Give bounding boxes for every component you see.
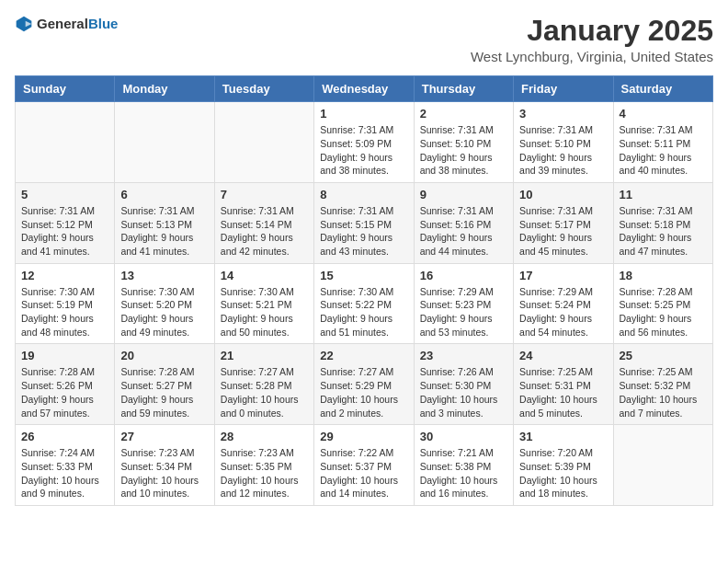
table-row: 4Sunrise: 7:31 AM Sunset: 5:11 PM Daylig…	[613, 102, 712, 183]
cell-daylight-info: Sunrise: 7:31 AM Sunset: 5:10 PM Dayligh…	[519, 123, 607, 178]
cell-daylight-info: Sunrise: 7:30 AM Sunset: 5:22 PM Dayligh…	[320, 285, 407, 339]
table-row: 30Sunrise: 7:21 AM Sunset: 5:38 PM Dayli…	[414, 425, 513, 506]
cell-daylight-info: Sunrise: 7:30 AM Sunset: 5:21 PM Dayligh…	[221, 285, 308, 339]
cell-daylight-info: Sunrise: 7:31 AM Sunset: 5:10 PM Dayligh…	[420, 123, 507, 178]
day-number: 8	[320, 188, 407, 201]
table-row: 5Sunrise: 7:31 AM Sunset: 5:12 PM Daylig…	[16, 182, 115, 263]
calendar-row-4: 19Sunrise: 7:28 AM Sunset: 5:26 PM Dayli…	[16, 344, 713, 425]
header-sunday: Sunday	[16, 76, 115, 102]
table-row: 3Sunrise: 7:31 AM Sunset: 5:10 PM Daylig…	[514, 102, 613, 183]
day-number: 23	[420, 349, 507, 362]
header-friday: Friday	[514, 76, 613, 102]
header-wednesday: Wednesday	[314, 76, 414, 102]
table-row: 6Sunrise: 7:31 AM Sunset: 5:13 PM Daylig…	[115, 182, 214, 263]
cell-daylight-info: Sunrise: 7:31 AM Sunset: 5:15 PM Dayligh…	[320, 204, 407, 259]
cell-daylight-info: Sunrise: 7:20 AM Sunset: 5:39 PM Dayligh…	[519, 446, 607, 500]
day-number: 29	[320, 430, 407, 443]
day-number: 4	[620, 107, 707, 121]
day-number: 13	[120, 269, 208, 282]
table-row	[16, 102, 115, 183]
table-row: 27Sunrise: 7:23 AM Sunset: 5:34 PM Dayli…	[115, 425, 214, 506]
table-row: 10Sunrise: 7:31 AM Sunset: 5:17 PM Dayli…	[514, 182, 613, 263]
cell-daylight-info: Sunrise: 7:30 AM Sunset: 5:19 PM Dayligh…	[21, 285, 108, 339]
table-row: 8Sunrise: 7:31 AM Sunset: 5:15 PM Daylig…	[314, 182, 414, 263]
cell-daylight-info: Sunrise: 7:31 AM Sunset: 5:11 PM Dayligh…	[620, 123, 707, 178]
day-number: 6	[120, 188, 208, 201]
day-number: 10	[519, 188, 607, 201]
table-row: 9Sunrise: 7:31 AM Sunset: 5:16 PM Daylig…	[414, 182, 513, 263]
table-row: 13Sunrise: 7:30 AM Sunset: 5:20 PM Dayli…	[115, 263, 214, 344]
calendar-row-2: 5Sunrise: 7:31 AM Sunset: 5:12 PM Daylig…	[16, 182, 713, 263]
table-row: 2Sunrise: 7:31 AM Sunset: 5:10 PM Daylig…	[414, 102, 513, 183]
table-row: 28Sunrise: 7:23 AM Sunset: 5:35 PM Dayli…	[214, 425, 313, 506]
cell-daylight-info: Sunrise: 7:23 AM Sunset: 5:34 PM Dayligh…	[120, 446, 208, 500]
day-number: 12	[21, 269, 108, 282]
table-row: 12Sunrise: 7:30 AM Sunset: 5:19 PM Dayli…	[16, 263, 115, 344]
table-row: 18Sunrise: 7:28 AM Sunset: 5:25 PM Dayli…	[613, 263, 712, 344]
day-number: 27	[120, 430, 208, 443]
cell-daylight-info: Sunrise: 7:29 AM Sunset: 5:23 PM Dayligh…	[420, 285, 507, 339]
cell-daylight-info: Sunrise: 7:28 AM Sunset: 5:26 PM Dayligh…	[21, 365, 108, 419]
table-row: 29Sunrise: 7:22 AM Sunset: 5:37 PM Dayli…	[314, 425, 414, 506]
day-number: 30	[420, 430, 507, 443]
cell-daylight-info: Sunrise: 7:29 AM Sunset: 5:24 PM Dayligh…	[519, 285, 607, 339]
cell-daylight-info: Sunrise: 7:31 AM Sunset: 5:18 PM Dayligh…	[620, 204, 707, 259]
day-number: 28	[221, 430, 308, 443]
day-number: 26	[21, 430, 108, 443]
table-row	[613, 425, 712, 506]
table-row: 14Sunrise: 7:30 AM Sunset: 5:21 PM Dayli…	[214, 263, 313, 344]
cell-daylight-info: Sunrise: 7:27 AM Sunset: 5:29 PM Dayligh…	[320, 365, 407, 419]
day-number: 1	[320, 107, 407, 121]
header: GeneralBlue January 2025 West Lynchburg,…	[15, 15, 713, 64]
cell-daylight-info: Sunrise: 7:23 AM Sunset: 5:35 PM Dayligh…	[221, 446, 308, 500]
cell-daylight-info: Sunrise: 7:24 AM Sunset: 5:33 PM Dayligh…	[21, 446, 108, 500]
table-row: 31Sunrise: 7:20 AM Sunset: 5:39 PM Dayli…	[514, 425, 613, 506]
cell-daylight-info: Sunrise: 7:30 AM Sunset: 5:20 PM Dayligh…	[120, 285, 208, 339]
table-row: 7Sunrise: 7:31 AM Sunset: 5:14 PM Daylig…	[214, 182, 313, 263]
day-number: 19	[21, 349, 108, 362]
logo-icon	[15, 15, 33, 33]
table-row: 22Sunrise: 7:27 AM Sunset: 5:29 PM Dayli…	[314, 344, 414, 425]
header-thursday: Thursday	[414, 76, 513, 102]
cell-daylight-info: Sunrise: 7:31 AM Sunset: 5:17 PM Dayligh…	[519, 204, 607, 259]
header-tuesday: Tuesday	[214, 76, 313, 102]
day-number: 9	[420, 188, 507, 201]
weekday-header-row: Sunday Monday Tuesday Wednesday Thursday…	[16, 76, 713, 102]
day-number: 14	[221, 269, 308, 282]
cell-daylight-info: Sunrise: 7:31 AM Sunset: 5:14 PM Dayligh…	[221, 204, 308, 259]
day-number: 5	[21, 188, 108, 201]
table-row: 11Sunrise: 7:31 AM Sunset: 5:18 PM Dayli…	[613, 182, 712, 263]
table-row: 16Sunrise: 7:29 AM Sunset: 5:23 PM Dayli…	[414, 263, 513, 344]
day-number: 25	[620, 349, 707, 362]
table-row	[115, 102, 214, 183]
day-number: 2	[420, 107, 507, 121]
day-number: 7	[221, 188, 308, 201]
table-row: 19Sunrise: 7:28 AM Sunset: 5:26 PM Dayli…	[16, 344, 115, 425]
table-row: 23Sunrise: 7:26 AM Sunset: 5:30 PM Dayli…	[414, 344, 513, 425]
cell-daylight-info: Sunrise: 7:21 AM Sunset: 5:38 PM Dayligh…	[420, 446, 507, 500]
day-number: 24	[519, 349, 607, 362]
day-number: 3	[519, 107, 607, 121]
cell-daylight-info: Sunrise: 7:25 AM Sunset: 5:32 PM Dayligh…	[620, 365, 707, 419]
cell-daylight-info: Sunrise: 7:31 AM Sunset: 5:16 PM Dayligh…	[420, 204, 507, 259]
cell-daylight-info: Sunrise: 7:31 AM Sunset: 5:12 PM Dayligh…	[21, 204, 108, 259]
day-number: 17	[519, 269, 607, 282]
calendar-table: Sunday Monday Tuesday Wednesday Thursday…	[15, 75, 713, 506]
day-number: 18	[620, 269, 707, 282]
cell-daylight-info: Sunrise: 7:25 AM Sunset: 5:31 PM Dayligh…	[519, 365, 607, 419]
cell-daylight-info: Sunrise: 7:28 AM Sunset: 5:25 PM Dayligh…	[620, 285, 707, 339]
location-subtitle: West Lynchburg, Virginia, United States	[471, 49, 713, 64]
calendar-row-1: 1Sunrise: 7:31 AM Sunset: 5:09 PM Daylig…	[16, 102, 713, 183]
table-row: 20Sunrise: 7:28 AM Sunset: 5:27 PM Dayli…	[115, 344, 214, 425]
table-row: 21Sunrise: 7:27 AM Sunset: 5:28 PM Dayli…	[214, 344, 313, 425]
cell-daylight-info: Sunrise: 7:31 AM Sunset: 5:09 PM Dayligh…	[320, 123, 407, 178]
header-saturday: Saturday	[613, 76, 712, 102]
day-number: 20	[120, 349, 208, 362]
day-number: 11	[620, 188, 707, 201]
table-row: 24Sunrise: 7:25 AM Sunset: 5:31 PM Dayli…	[514, 344, 613, 425]
cell-daylight-info: Sunrise: 7:22 AM Sunset: 5:37 PM Dayligh…	[320, 446, 407, 500]
table-row: 26Sunrise: 7:24 AM Sunset: 5:33 PM Dayli…	[16, 425, 115, 506]
day-number: 22	[320, 349, 407, 362]
day-number: 15	[320, 269, 407, 282]
logo-general: GeneralBlue	[37, 16, 118, 32]
